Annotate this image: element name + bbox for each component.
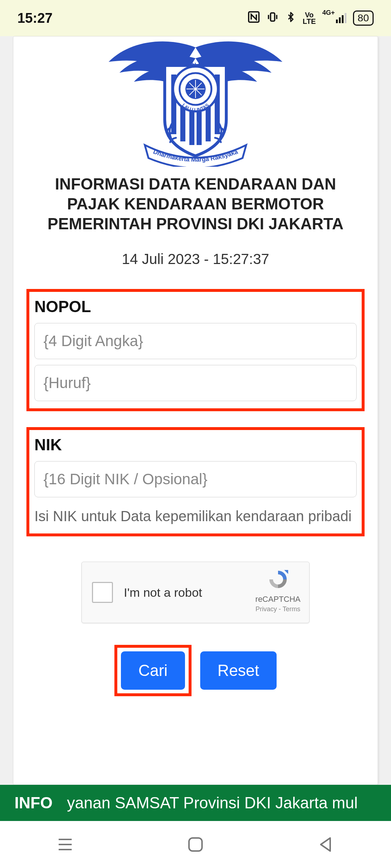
nik-section: NIK Isi NIK untuk Data kepemilikan kenda… <box>26 427 365 536</box>
nik-input[interactable] <box>34 461 357 497</box>
recaptcha-brand-block: reCAPTCHA Privacy - Terms <box>255 569 300 613</box>
nopol-section: NOPOL <box>26 289 365 411</box>
recaptcha-links[interactable]: Privacy - Terms <box>255 605 300 613</box>
vibrate-icon <box>266 11 279 26</box>
nopol-digits-input[interactable] <box>34 323 357 359</box>
info-scroll-text: yanan SAMSAT Provinsi DKI Jakarta mul <box>67 794 358 812</box>
volte-icon: VoLTE <box>303 12 316 25</box>
home-icon[interactable] <box>185 834 206 855</box>
page-title: INFORMASI DATA KENDARAAN DAN PAJAK KENDA… <box>26 174 365 234</box>
svg-rect-22 <box>189 838 202 851</box>
nik-helper: Isi NIK untuk Data kepemilikan kendaraan… <box>34 506 357 526</box>
nik-label: NIK <box>34 436 357 454</box>
svg-rect-1 <box>270 13 274 21</box>
recaptcha-widget[interactable]: I'm not a robot reCAPTCHA Privacy - Term… <box>81 562 310 623</box>
status-time: 15:27 <box>17 10 52 26</box>
police-logo: POLISI LALU LINTAS Dharmakerta Marga Rak… <box>101 36 290 167</box>
recaptcha-brand: reCAPTCHA <box>255 595 300 604</box>
cari-button[interactable]: Cari <box>121 651 185 690</box>
recaptcha-label: I'm not a robot <box>124 586 202 600</box>
cari-highlight: Cari <box>114 645 192 696</box>
signal-icon: 4G+ <box>322 13 346 23</box>
logo-container: POLISI LALU LINTAS Dharmakerta Marga Rak… <box>26 36 365 167</box>
back-icon[interactable] <box>316 834 336 855</box>
battery-icon: 80 <box>353 10 374 26</box>
recent-apps-icon[interactable] <box>55 834 75 855</box>
nopol-letters-input[interactable] <box>34 365 357 401</box>
system-nav-bar <box>0 821 391 868</box>
recaptcha-icon <box>267 569 289 590</box>
nopol-label: NOPOL <box>34 298 357 316</box>
svg-marker-18 <box>284 570 288 574</box>
bluetooth-icon <box>285 10 296 26</box>
nfc-icon <box>248 11 260 26</box>
info-banner: INFO yanan SAMSAT Provinsi DKI Jakarta m… <box>0 785 391 821</box>
status-icons: VoLTE 4G+ 80 <box>248 10 374 26</box>
recaptcha-checkbox[interactable] <box>92 582 113 603</box>
page-content: POLISI LALU LINTAS Dharmakerta Marga Rak… <box>0 36 391 785</box>
button-row: Cari Reset <box>26 645 365 696</box>
info-label: INFO <box>0 794 67 812</box>
status-bar: 15:27 VoLTE 4G+ 80 <box>0 0 391 36</box>
datetime-text: 14 Juli 2023 - 15:27:37 <box>26 251 365 267</box>
main-card: POLISI LALU LINTAS Dharmakerta Marga Rak… <box>13 36 378 785</box>
reset-button[interactable]: Reset <box>200 651 277 690</box>
